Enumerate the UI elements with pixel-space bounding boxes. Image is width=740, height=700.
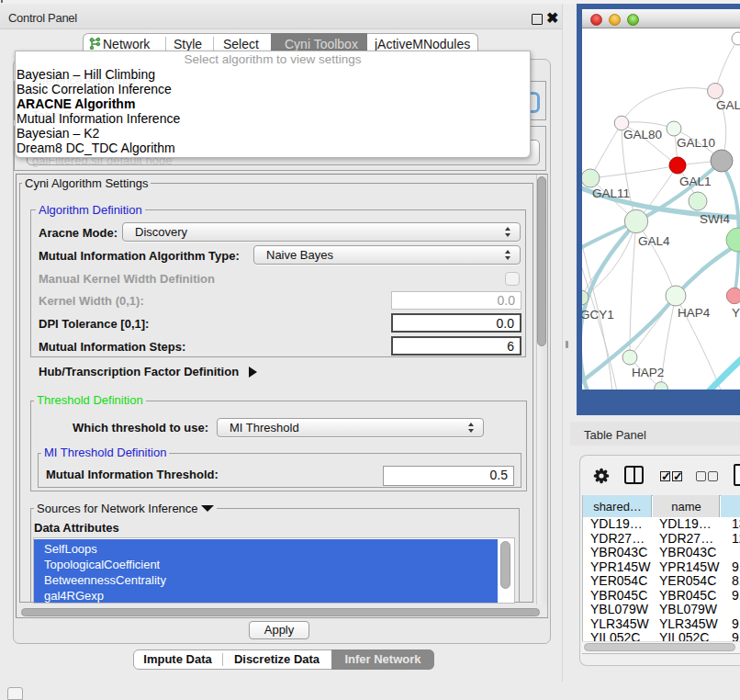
svg-text:GAL10: GAL10 <box>677 136 715 150</box>
svg-text:GAL7: GAL7 <box>716 98 740 112</box>
svg-text:SWI4: SWI4 <box>700 212 730 226</box>
svg-text:GAL1: GAL1 <box>679 175 712 188</box>
svg-text:HAP2: HAP2 <box>632 366 664 379</box>
svg-text:Y: Y <box>732 306 740 320</box>
svg-text:GAL11: GAL11 <box>592 186 630 200</box>
svg-text:GAL4: GAL4 <box>638 234 670 248</box>
svg-text:GCY1: GCY1 <box>582 308 614 322</box>
svg-text:HAP4: HAP4 <box>678 306 711 320</box>
svg-text:GAL80: GAL80 <box>623 128 662 141</box>
